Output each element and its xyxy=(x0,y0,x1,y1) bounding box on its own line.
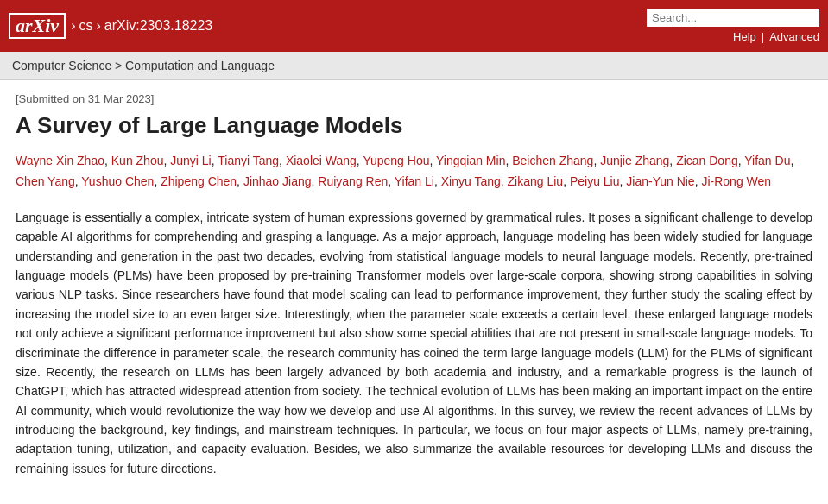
author-link[interactable]: Zikang Liu xyxy=(508,174,564,188)
breadcrumb-arxiv-id-link[interactable]: arXiv:2303.18223 xyxy=(104,18,212,34)
paper-title: A Survey of Large Language Models xyxy=(16,112,812,139)
logo-area: arXiv › cs › arXiv:2303.18223 xyxy=(9,13,212,39)
author-link[interactable]: Yifan Li xyxy=(395,174,434,188)
site-header: arXiv › cs › arXiv:2303.18223 Help | Adv… xyxy=(0,0,828,52)
author-link[interactable]: Jinhao Jiang xyxy=(243,174,312,188)
author-link[interactable]: Kun Zhou xyxy=(111,154,164,167)
advanced-link[interactable]: Advanced xyxy=(769,30,819,43)
separator: | xyxy=(762,30,764,43)
header-breadcrumb: › cs › arXiv:2303.18223 xyxy=(71,18,212,34)
author-link[interactable]: Ruiyang Ren xyxy=(318,174,388,188)
subheader-breadcrumb: Computer Science > Computation and Langu… xyxy=(0,52,828,80)
author-link[interactable]: Chen Yang xyxy=(16,174,75,188)
author-link[interactable]: Zhipeng Chen xyxy=(161,174,237,188)
header-links: Help | Advanced xyxy=(733,30,819,43)
chevron-icon: › xyxy=(71,18,75,34)
author-link[interactable]: Yingqian Min xyxy=(436,154,505,167)
author-link[interactable]: Yifan Du xyxy=(744,154,790,167)
author-link[interactable]: Jian-Yun Nie xyxy=(626,174,694,188)
author-link[interactable]: Ji-Rong Wen xyxy=(701,174,771,188)
authors-list: Wayne Xin Zhao, Kun Zhou, Junyi Li, Tian… xyxy=(16,151,812,192)
author-link[interactable]: Junyi Li xyxy=(170,154,211,167)
author-link[interactable]: Xiaolei Wang xyxy=(286,154,357,167)
search-input[interactable] xyxy=(647,9,819,27)
content-area: [Submitted on 31 Mar 2023] A Survey of L… xyxy=(0,80,828,495)
author-link[interactable]: Tianyi Tang xyxy=(218,154,279,167)
search-bar[interactable] xyxy=(647,9,819,27)
author-link[interactable]: Yushuo Chen xyxy=(81,174,154,188)
submission-date: [Submitted on 31 Mar 2023] xyxy=(16,92,812,105)
logo-x: X xyxy=(33,15,46,36)
help-link[interactable]: Help xyxy=(733,30,756,43)
abstract-text: Language is essentially a complex, intri… xyxy=(16,208,812,478)
author-link[interactable]: Zican Dong xyxy=(676,154,738,167)
author-link[interactable]: Beichen Zhang xyxy=(512,154,593,167)
author-link[interactable]: Wayne Xin Zhao xyxy=(16,154,104,167)
logo-ar: ar xyxy=(16,15,33,36)
chevron-icon-2: › xyxy=(96,18,100,34)
author-link[interactable]: Xinyu Tang xyxy=(441,174,501,188)
subheader-breadcrumb-link[interactable]: Computer Science > Computation and Langu… xyxy=(12,59,275,72)
author-link[interactable]: Junjie Zhang xyxy=(600,154,669,167)
header-right: Help | Advanced xyxy=(647,9,819,43)
arxiv-logo[interactable]: arXiv xyxy=(9,13,66,39)
breadcrumb-cs-link[interactable]: cs xyxy=(79,18,92,34)
author-link[interactable]: Peiyu Liu xyxy=(570,174,620,188)
author-link[interactable]: Yupeng Hou xyxy=(363,154,429,167)
logo-iv: iv xyxy=(45,15,59,36)
